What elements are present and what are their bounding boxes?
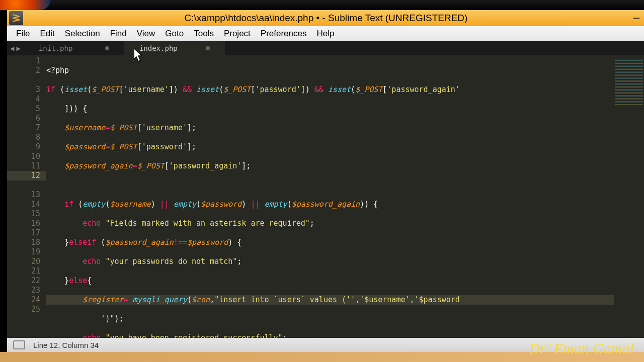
watermark-text: Dr/ Eman Gamal: [529, 340, 634, 357]
code-content[interactable]: <?php if (isset($_POST['username']) && i…: [46, 55, 614, 338]
menu-project[interactable]: Project: [219, 27, 256, 41]
tab-next-icon[interactable]: ▶: [16, 44, 20, 52]
tabbar: ◀ ▶ init.php index.php: [7, 41, 644, 55]
menubar: File Edit Selection Find View Goto Tools…: [7, 26, 644, 41]
panel-toggle-icon[interactable]: [13, 340, 25, 349]
tab-init[interactable]: init.php: [24, 41, 124, 55]
menu-goto[interactable]: Goto: [160, 27, 189, 41]
menu-help[interactable]: Help: [312, 27, 340, 41]
tab-label: init.php: [39, 44, 72, 52]
tab-label: index.php: [139, 44, 178, 52]
sublime-window: C:\xampp\htdocs\aa\index.php • - Sublime…: [7, 10, 644, 352]
menu-preferences[interactable]: Preferences: [256, 27, 312, 41]
menu-file[interactable]: File: [11, 27, 35, 41]
menu-find[interactable]: Find: [105, 27, 132, 41]
tab-index[interactable]: index.php: [124, 41, 225, 55]
minimize-button[interactable]: −: [629, 11, 644, 25]
firefox-icon: [0, 0, 50, 10]
tab-nav: ◀ ▶: [7, 44, 24, 52]
editor[interactable]: 1 2 3 4 5 6 7 8 9 10 11 12 13 14 15 16 1…: [7, 55, 644, 338]
titlebar[interactable]: C:\xampp\htdocs\aa\index.php • - Sublime…: [7, 10, 644, 26]
minimap-preview: [615, 60, 643, 106]
menu-edit[interactable]: Edit: [35, 27, 59, 41]
modified-dot-icon: [105, 46, 109, 50]
minimap[interactable]: [614, 55, 644, 338]
modified-dot-icon: [206, 46, 210, 50]
desktop-background-top: [0, 0, 644, 10]
tab-prev-icon[interactable]: ◀: [10, 44, 14, 52]
menu-tools[interactable]: Tools: [189, 27, 219, 41]
window-title: C:\xampp\htdocs\aa\index.php • - Sublime…: [23, 13, 629, 24]
app-icon: [9, 11, 23, 25]
menu-view[interactable]: View: [132, 27, 160, 41]
cursor-position: Line 12, Column 34: [33, 341, 99, 349]
menu-selection[interactable]: Selection: [60, 27, 105, 41]
line-gutter: 1 2 3 4 5 6 7 8 9 10 11 12 13 14 15 16 1…: [7, 55, 46, 338]
